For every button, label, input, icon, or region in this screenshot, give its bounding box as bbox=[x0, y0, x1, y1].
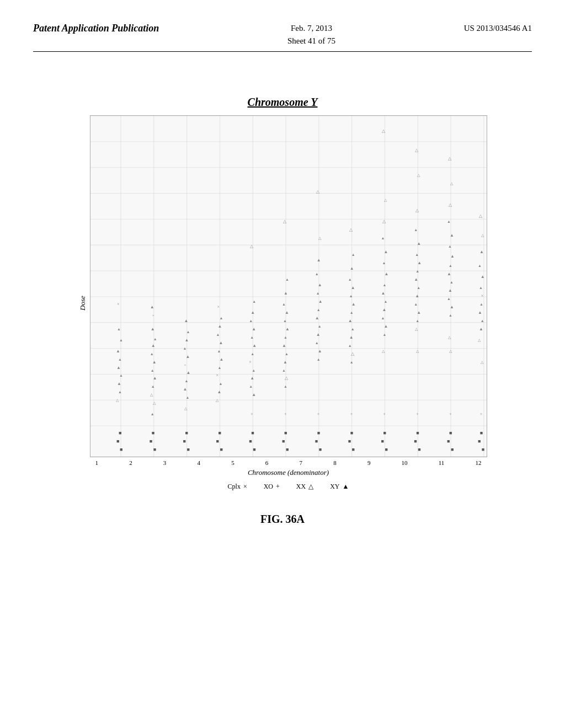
svg-text:▲: ▲ bbox=[350, 285, 355, 290]
svg-text:▲: ▲ bbox=[450, 304, 454, 309]
svg-text:■: ■ bbox=[118, 430, 121, 436]
header-date: Feb. 7, 2013 bbox=[287, 22, 335, 35]
figure-label: FIG. 36A bbox=[33, 513, 532, 526]
svg-text:▲: ▲ bbox=[383, 299, 387, 304]
svg-text:▲: ▲ bbox=[184, 318, 188, 323]
svg-text:▲: ▲ bbox=[285, 352, 289, 356]
svg-text:■: ■ bbox=[418, 447, 420, 452]
svg-text:▲: ▲ bbox=[150, 326, 154, 331]
svg-text:△: △ bbox=[415, 148, 419, 153]
svg-text:△: △ bbox=[449, 202, 452, 207]
svg-text:▲: ▲ bbox=[250, 376, 254, 381]
svg-text:▲: ▲ bbox=[250, 352, 254, 356]
svg-text:△: △ bbox=[478, 213, 482, 218]
svg-text:△: △ bbox=[150, 393, 153, 397]
svg-text:▲: ▲ bbox=[284, 384, 287, 389]
svg-text:■: ■ bbox=[220, 447, 222, 452]
svg-text:■: ■ bbox=[479, 430, 482, 436]
svg-text:▲: ▲ bbox=[285, 310, 289, 315]
svg-text:▲: ▲ bbox=[349, 311, 353, 315]
legend-xo: XO + bbox=[264, 483, 280, 491]
svg-text:■: ■ bbox=[119, 447, 122, 452]
svg-text:▲: ▲ bbox=[447, 271, 451, 276]
svg-text:■: ■ bbox=[414, 438, 417, 444]
svg-text:▲: ▲ bbox=[151, 343, 155, 348]
page: Patent Application Publication Feb. 7, 2… bbox=[0, 0, 565, 728]
svg-text:△: △ bbox=[285, 376, 289, 381]
svg-text:△: △ bbox=[448, 156, 452, 161]
svg-text:■: ■ bbox=[116, 438, 119, 444]
publication-title: Patent Application Publication bbox=[33, 22, 159, 35]
svg-text:▲: ▲ bbox=[116, 365, 121, 370]
svg-text:■: ■ bbox=[416, 430, 419, 436]
svg-text:△: △ bbox=[384, 198, 387, 202]
svg-text:▲: ▲ bbox=[283, 360, 287, 365]
svg-text:▲: ▲ bbox=[381, 316, 385, 320]
svg-text:+: + bbox=[449, 411, 452, 416]
svg-text:△: △ bbox=[152, 401, 156, 405]
svg-text:×: × bbox=[249, 360, 251, 365]
svg-text:▲: ▲ bbox=[479, 249, 483, 254]
publication-title-text: Patent Application Publication bbox=[33, 23, 159, 34]
svg-text:×: × bbox=[184, 363, 186, 367]
chart-title: Chromosome Y bbox=[248, 96, 318, 109]
svg-text:▲: ▲ bbox=[382, 333, 386, 337]
sheet-info: Sheet 41 of 75 bbox=[287, 35, 335, 47]
svg-text:×: × bbox=[216, 373, 218, 378]
svg-text:▲: ▲ bbox=[449, 313, 452, 318]
svg-text:▲: ▲ bbox=[184, 379, 188, 383]
svg-text:▲: ▲ bbox=[450, 280, 454, 285]
header-center: Feb. 7, 2013 Sheet 41 of 75 bbox=[287, 22, 335, 47]
svg-text:×: × bbox=[217, 304, 220, 309]
svg-text:▲: ▲ bbox=[448, 244, 452, 249]
svg-text:▲: ▲ bbox=[150, 352, 153, 356]
svg-text:▲: ▲ bbox=[285, 326, 290, 331]
svg-text:△: △ bbox=[450, 181, 454, 186]
svg-text:■: ■ bbox=[284, 430, 287, 436]
svg-text:■: ■ bbox=[218, 430, 221, 436]
svg-text:△: △ bbox=[318, 236, 321, 240]
svg-text:▲: ▲ bbox=[350, 327, 354, 331]
svg-text:■: ■ bbox=[153, 447, 156, 452]
chart-container: Chromosome Y Dose 0.013 0.012 0.011 0.01… bbox=[33, 96, 532, 491]
svg-text:▲: ▲ bbox=[284, 335, 287, 340]
svg-text:▲: ▲ bbox=[185, 395, 189, 400]
svg-text:▲: ▲ bbox=[351, 253, 355, 257]
svg-text:▲: ▲ bbox=[283, 319, 287, 323]
svg-text:▲: ▲ bbox=[252, 299, 256, 304]
svg-text:▲: ▲ bbox=[186, 330, 190, 334]
x-axis-label: Chromosome (denominator) bbox=[90, 468, 487, 477]
svg-text:■: ■ bbox=[350, 430, 353, 436]
svg-text:+: + bbox=[479, 411, 482, 416]
svg-text:■: ■ bbox=[282, 438, 285, 444]
svg-text:▲: ▲ bbox=[417, 286, 420, 290]
svg-text:▲: ▲ bbox=[250, 310, 255, 315]
svg-text:▲: ▲ bbox=[284, 291, 288, 296]
svg-text:▲: ▲ bbox=[315, 272, 318, 276]
legend-xx: XX △ bbox=[296, 483, 313, 491]
chart-svg: × ▲ ▲ ▲ ▲ ▲ ▲ ▲ ▲ △ ■ ■ ■ ▲ bbox=[90, 116, 487, 457]
svg-text:▲: ▲ bbox=[414, 228, 418, 232]
svg-text:▲: ▲ bbox=[116, 349, 120, 354]
svg-text:■: ■ bbox=[251, 430, 254, 436]
svg-text:▲: ▲ bbox=[447, 297, 451, 301]
svg-text:▲: ▲ bbox=[415, 319, 419, 323]
svg-text:▲: ▲ bbox=[316, 291, 319, 296]
svg-text:△: △ bbox=[382, 129, 386, 133]
svg-text:▲: ▲ bbox=[450, 233, 454, 238]
svg-text:▲: ▲ bbox=[479, 302, 483, 307]
x-axis-ticks: 1 2 3 4 5 6 7 8 9 10 11 12 bbox=[90, 459, 487, 466]
svg-text:▲: ▲ bbox=[450, 254, 455, 259]
svg-text:△: △ bbox=[316, 189, 319, 194]
svg-text:▲: ▲ bbox=[282, 302, 286, 307]
svg-text:▲: ▲ bbox=[480, 319, 484, 323]
svg-text:+: + bbox=[350, 411, 353, 416]
svg-text:▲: ▲ bbox=[417, 241, 421, 246]
svg-text:■: ■ bbox=[186, 447, 189, 452]
svg-text:▲: ▲ bbox=[183, 346, 186, 351]
svg-text:▲: ▲ bbox=[351, 302, 355, 307]
svg-text:▲: ▲ bbox=[217, 324, 222, 329]
svg-text:■: ■ bbox=[249, 438, 252, 444]
svg-text:■: ■ bbox=[351, 447, 354, 452]
svg-text:▲: ▲ bbox=[316, 258, 321, 263]
